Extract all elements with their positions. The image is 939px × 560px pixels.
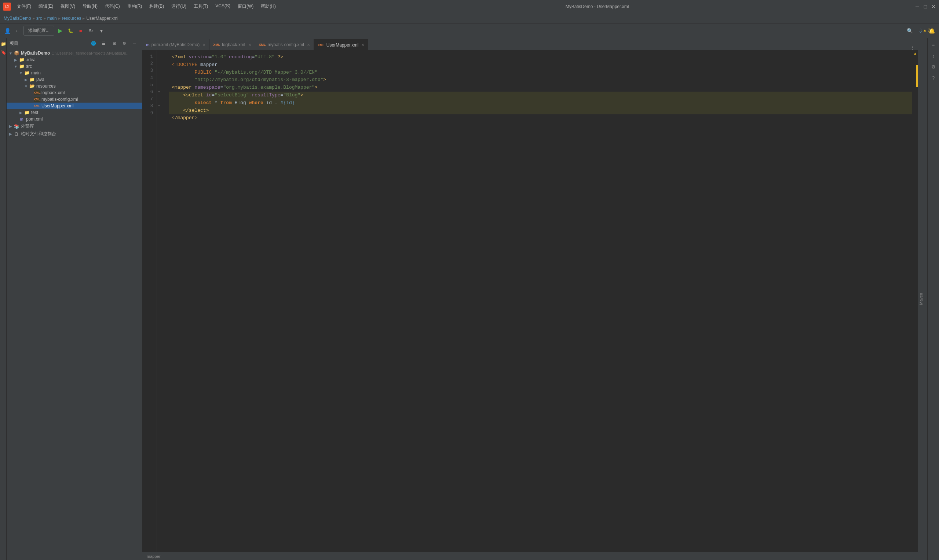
tree-arrow-scratch: ▶ bbox=[8, 132, 13, 136]
project-root-icon: 📦 bbox=[13, 51, 20, 56]
right-panel: ≡ ↕ ⚙ ? bbox=[927, 38, 939, 560]
folder-main-icon: 📁 bbox=[23, 70, 30, 75]
tab-label-logback: logback.xml bbox=[222, 42, 245, 47]
menu-run[interactable]: 运行(U) bbox=[168, 1, 190, 12]
tree-arrow-idea: ▶ bbox=[13, 58, 19, 62]
tab-close-usermapper[interactable]: ✕ bbox=[361, 43, 364, 47]
tree-path-mybatisdemo: C:\Users\sel_fish\IdeaProjects\MyBatisDe… bbox=[51, 51, 130, 55]
breadcrumb-project[interactable]: MyBatisDemo bbox=[4, 16, 31, 21]
tree-item-mybatis-config[interactable]: ▶ XML mybatis-config.xml bbox=[6, 96, 142, 103]
tree-item-external-libs[interactable]: ▶ 📚 外部库 bbox=[6, 122, 142, 130]
code-line-8: </select> bbox=[169, 107, 912, 115]
sidebar-settings-icon[interactable]: ⚙ bbox=[120, 39, 129, 48]
tab-close-logback[interactable]: ✕ bbox=[248, 43, 251, 47]
file-logback-icon: XML bbox=[34, 90, 40, 95]
menu-tools[interactable]: 工具(T) bbox=[190, 1, 212, 12]
tree-arrow-resources: ▼ bbox=[23, 84, 29, 88]
menu-window[interactable]: 窗口(W) bbox=[234, 1, 257, 12]
menu-help[interactable]: 帮助(H) bbox=[257, 1, 279, 12]
rp-icon-1[interactable]: ≡ bbox=[928, 40, 939, 50]
breadcrumb-src[interactable]: src bbox=[36, 16, 42, 21]
tree-item-usermapper[interactable]: ▶ XML UserMapper.xml bbox=[6, 103, 142, 109]
tab-mybatis-config-xml[interactable]: XML mybatis-config.xml ✕ bbox=[255, 39, 314, 50]
minimize-button[interactable]: ─ bbox=[915, 4, 920, 9]
tree-item-mybatisdemo[interactable]: ▼ 📦 MyBatisDemo C:\Users\sel_fish\IdeaPr… bbox=[6, 50, 142, 57]
tree-item-java[interactable]: ▶ 📁 java bbox=[6, 76, 142, 83]
tree-arrow-main: ▼ bbox=[19, 71, 23, 75]
maven-panel: Maven bbox=[918, 38, 927, 560]
breadcrumb-file: UserMapper.xml bbox=[86, 16, 118, 21]
close-button[interactable]: ✕ bbox=[931, 4, 936, 9]
sidebar-collapse-icon[interactable]: ⊟ bbox=[109, 39, 119, 48]
rp-icon-4[interactable]: ? bbox=[928, 72, 939, 83]
tabs-more-button[interactable]: ⋮ bbox=[907, 45, 918, 50]
menu-navigate[interactable]: 导航(N) bbox=[79, 1, 101, 12]
sidebar: 项目 🌐 ☰ ⊟ ⚙ ─ ▼ 📦 MyBatisDemo C:\Users\se… bbox=[6, 38, 142, 560]
tree-label-main: main bbox=[31, 70, 41, 75]
code-line-2: <!DOCTYPE mapper bbox=[169, 61, 912, 69]
file-mybatis-icon: XML bbox=[34, 97, 40, 102]
code-line-6: <select id="selectBlog" resultType="Blog… bbox=[169, 92, 912, 99]
stop-button[interactable]: ■ bbox=[76, 26, 85, 35]
warn-indicator: ▲ bbox=[913, 51, 918, 55]
code-line-3: PUBLIC "-//mybatis.org//DTD Mapper 3.0//… bbox=[169, 69, 912, 77]
tree-item-test[interactable]: ▶ 📁 test bbox=[6, 109, 142, 116]
add-config-button[interactable]: 添加配置... bbox=[23, 26, 54, 35]
sidebar-hide-icon[interactable]: ─ bbox=[130, 39, 139, 48]
tree-label-idea: .idea bbox=[26, 57, 35, 62]
menu-edit[interactable]: 编辑(E) bbox=[35, 1, 57, 12]
tab-logback-xml[interactable]: XML logback.xml ✕ bbox=[210, 39, 255, 50]
ln-7: 7 bbox=[142, 95, 154, 103]
sidebar-layout-icon[interactable]: ☰ bbox=[99, 39, 108, 48]
menu-view[interactable]: 视图(V) bbox=[57, 1, 79, 12]
scratch-icon: 🗒 bbox=[13, 132, 20, 137]
fold-icon-6[interactable]: ▾ bbox=[158, 89, 163, 95]
debug-button[interactable]: 🐛 bbox=[66, 26, 75, 35]
tree-item-idea[interactable]: ▶ 📁 .idea bbox=[6, 57, 142, 63]
menu-refactor[interactable]: 重构(R) bbox=[123, 1, 146, 12]
back-icon[interactable]: ← bbox=[13, 26, 22, 35]
tab-close-pom[interactable]: ✕ bbox=[202, 43, 205, 47]
breadcrumb-main[interactable]: main bbox=[47, 16, 57, 21]
tree-label-mybatis-config: mybatis-config.xml bbox=[42, 97, 78, 102]
git-pull-icon[interactable]: ⇩ bbox=[916, 26, 925, 35]
rp-icon-2[interactable]: ↕ bbox=[928, 51, 939, 61]
sidebar-scope-icon[interactable]: 🌐 bbox=[89, 39, 98, 48]
code-editor[interactable]: 1 2 3 4 5 6 7 8 9 ▾ bbox=[142, 51, 912, 552]
sidebar-toolbar: 项目 🌐 ☰ ⊟ ⚙ ─ bbox=[6, 38, 142, 49]
menu-vcs[interactable]: VCS(S) bbox=[212, 1, 234, 12]
breadcrumb-resources[interactable]: resources bbox=[62, 16, 82, 21]
tree-item-src[interactable]: ▼ 📁 src bbox=[6, 63, 142, 70]
tree-item-pom[interactable]: ▶ m pom.xml bbox=[6, 116, 142, 122]
tab-icon-usermapper: XML bbox=[318, 43, 325, 47]
run-button[interactable]: ▶ bbox=[56, 26, 65, 35]
ln-5: 5 bbox=[142, 82, 154, 89]
tab-pom-xml[interactable]: m pom.xml (MyBatisDemo) ✕ bbox=[142, 39, 210, 50]
account-icon[interactable]: 👤 bbox=[3, 26, 12, 35]
tab-icon-pom: m bbox=[146, 43, 150, 47]
tree-arrow-src: ▼ bbox=[13, 65, 19, 69]
menu-code[interactable]: 代码(C) bbox=[101, 1, 123, 12]
menu-file[interactable]: 文件(F) bbox=[13, 1, 35, 12]
maven-tab-label[interactable]: Maven bbox=[919, 290, 923, 308]
search-everywhere-icon[interactable]: 🔍 bbox=[905, 26, 914, 35]
notification-icon[interactable]: 🔔 bbox=[927, 26, 936, 35]
tree-item-logback[interactable]: ▶ XML logback.xml bbox=[6, 89, 142, 96]
editor-tabs: m pom.xml (MyBatisDemo) ✕ XML logback.xm… bbox=[142, 38, 918, 51]
maximize-button[interactable]: □ bbox=[923, 4, 928, 9]
folder-resources-icon: 📂 bbox=[29, 83, 35, 89]
menu-build[interactable]: 构建(B) bbox=[146, 1, 168, 12]
tree-item-resources[interactable]: ▼ 📂 resources bbox=[6, 83, 142, 89]
tab-close-mybatis[interactable]: ✕ bbox=[307, 43, 310, 47]
more-run-icon[interactable]: ▾ bbox=[97, 26, 106, 35]
bookmarks-icon-left[interactable]: 🔖 bbox=[1, 49, 6, 55]
toolbar-left: 👤 ← 添加配置... ▶ 🐛 ■ ↻ ▾ bbox=[3, 26, 106, 35]
tree-item-main[interactable]: ▼ 📁 main bbox=[6, 70, 142, 76]
project-icon-left[interactable]: 📁 bbox=[1, 41, 6, 46]
rp-icon-3[interactable]: ⚙ bbox=[928, 62, 939, 72]
reload-button[interactable]: ↻ bbox=[86, 26, 96, 35]
tree-item-scratch[interactable]: ▶ 🗒 临时文件和控制台 bbox=[6, 130, 142, 138]
code-content[interactable]: <?xml version="1.0" encoding="UTF-8" ?> … bbox=[164, 51, 912, 552]
tab-usermapper-xml[interactable]: XML UserMapper.xml ✕ bbox=[314, 39, 368, 50]
fold-icon-8[interactable]: ▾ bbox=[158, 103, 163, 109]
